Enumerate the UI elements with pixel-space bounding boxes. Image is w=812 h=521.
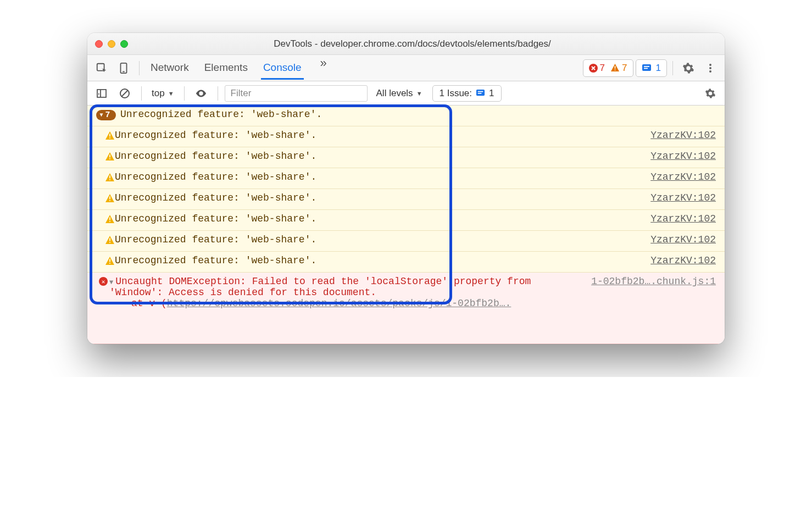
svg-rect-23 — [109, 158, 110, 159]
svg-rect-26 — [109, 196, 110, 199]
inspect-element-icon[interactable] — [92, 58, 112, 78]
svg-rect-22 — [109, 154, 110, 157]
console-error-content: ▼Uncaught DOMException: Failed to read t… — [109, 276, 585, 309]
console-message-text: Unrecognized feature: 'web-share'. — [115, 213, 644, 224]
console-settings-icon[interactable] — [700, 84, 720, 103]
warning-count: 7 — [610, 63, 627, 74]
console-warning-row[interactable]: Unrecognized feature: 'web-share'. Yzarz… — [87, 210, 725, 231]
device-toolbar-icon[interactable] — [114, 58, 134, 78]
console-message-text: Unrecognized feature: 'web-share'. — [115, 151, 644, 162]
svg-point-9 — [709, 64, 711, 66]
svg-rect-5 — [615, 70, 616, 71]
source-link[interactable]: 1-02bfb2b….chunk.js:1 — [591, 276, 716, 287]
log-levels-selector[interactable]: All levels ▼ — [376, 88, 422, 99]
svg-point-16 — [200, 92, 202, 95]
separator — [141, 86, 142, 101]
console-message-text: Unrecognized feature: 'web-share'. — [115, 192, 644, 203]
devtools-window: DevTools - developer.chrome.com/docs/dev… — [87, 33, 725, 344]
minimize-window-button[interactable] — [108, 40, 115, 48]
disclosure-icon[interactable]: ▼ — [109, 279, 113, 286]
svg-rect-21 — [109, 137, 110, 138]
svg-rect-31 — [109, 242, 110, 243]
svg-rect-29 — [109, 221, 110, 222]
maximize-window-button[interactable] — [120, 40, 128, 48]
tab-network[interactable]: Network — [148, 56, 191, 80]
console-warning-row[interactable]: Unrecognized feature: 'web-share'. Yzarz… — [87, 126, 725, 147]
more-tabs-icon[interactable]: » — [315, 56, 332, 80]
console-warning-row[interactable]: Unrecognized feature: 'web-share'. Yzarz… — [87, 168, 725, 189]
panel-tabs: Network Elements Console » — [148, 56, 332, 80]
warning-icon — [105, 235, 115, 245]
svg-rect-19 — [478, 93, 482, 94]
separator — [218, 86, 218, 101]
console-toolbar: top ▼ Filter All levels ▼ 1 Issue: 1 — [87, 81, 725, 106]
show-console-sidebar-icon[interactable] — [92, 84, 112, 103]
console-warning-row[interactable]: Unrecognized feature: 'web-share'. Yzarz… — [87, 252, 725, 273]
error-message-text: Uncaught DOMException: Failed to read th… — [109, 276, 531, 298]
window-title: DevTools - developer.chrome.com/docs/dev… — [138, 38, 687, 49]
svg-rect-8 — [644, 68, 648, 69]
source-link[interactable]: YzarzKV:102 — [650, 151, 716, 162]
titlebar: DevTools - developer.chrome.com/docs/dev… — [87, 33, 725, 55]
devtools-toolbar: Network Elements Console » 7 7 1 — [87, 55, 725, 81]
context-selector[interactable]: top ▼ — [148, 88, 177, 99]
separator — [184, 86, 185, 101]
tab-elements[interactable]: Elements — [202, 56, 250, 80]
more-options-icon[interactable] — [700, 58, 720, 78]
svg-rect-32 — [109, 259, 110, 262]
source-link[interactable]: YzarzKV:102 — [650, 130, 716, 141]
warning-icon — [105, 173, 115, 182]
source-link[interactable]: YzarzKV:102 — [650, 234, 716, 245]
console-error-row[interactable]: ✕ ▼Uncaught DOMException: Failed to read… — [87, 273, 725, 344]
warning-icon — [105, 256, 115, 266]
svg-rect-4 — [615, 66, 616, 69]
svg-rect-7 — [644, 66, 649, 67]
stack-link[interactable]: https://cpwebassets.codepen.io/assets/pa… — [167, 298, 511, 309]
console-message-text: Unrecognized feature: 'web-share'. — [115, 171, 644, 182]
source-link[interactable]: YzarzKV:102 — [650, 192, 716, 203]
console-message-text: Unrecognized feature: 'web-share'. — [115, 255, 644, 266]
issues-button[interactable]: 1 — [636, 59, 667, 77]
traffic-lights — [95, 40, 128, 48]
source-link[interactable]: YzarzKV:102 — [650, 255, 716, 266]
source-link[interactable]: YzarzKV:102 — [650, 171, 716, 182]
svg-line-15 — [122, 90, 128, 96]
dropdown-icon: ▼ — [416, 90, 422, 97]
console-message-text: Unrecognized feature: 'web-share'. — [115, 234, 644, 245]
svg-rect-6 — [642, 64, 651, 71]
svg-rect-27 — [109, 200, 110, 201]
warning-icon — [105, 214, 115, 224]
svg-rect-20 — [109, 134, 110, 136]
separator — [672, 61, 673, 75]
filter-input[interactable]: Filter — [225, 85, 368, 102]
console-output: ▼7 Unrecognized feature: 'web-share'. Un… — [87, 106, 725, 344]
console-message-text: Unrecognized feature: 'web-share'. — [115, 109, 716, 120]
svg-rect-17 — [476, 90, 485, 96]
warning-icon — [105, 152, 115, 162]
console-warning-row[interactable]: Unrecognized feature: 'web-share'. Yzarz… — [87, 231, 725, 252]
clear-console-icon[interactable] — [115, 84, 135, 103]
svg-point-10 — [709, 67, 711, 69]
tab-console[interactable]: Console — [261, 56, 304, 80]
issues-counter[interactable]: 1 Issue: 1 — [432, 85, 502, 102]
console-warning-row[interactable]: Unrecognized feature: 'web-share'. Yzarz… — [87, 189, 725, 210]
live-expression-icon[interactable] — [191, 84, 211, 103]
console-group-header[interactable]: ▼7 Unrecognized feature: 'web-share'. — [87, 106, 725, 126]
settings-icon[interactable] — [678, 58, 698, 78]
svg-rect-33 — [109, 263, 110, 264]
svg-point-11 — [709, 70, 711, 73]
svg-rect-25 — [109, 179, 110, 180]
error-count: 7 — [589, 63, 605, 74]
warning-icon — [105, 193, 115, 203]
console-warning-row[interactable]: Unrecognized feature: 'web-share'. Yzarz… — [87, 147, 725, 168]
error-icon: ✕ — [99, 277, 108, 286]
dropdown-icon: ▼ — [168, 90, 174, 97]
svg-rect-18 — [478, 91, 483, 92]
console-message-text: Unrecognized feature: 'web-share'. — [115, 130, 644, 141]
svg-rect-30 — [109, 238, 110, 241]
source-link[interactable]: YzarzKV:102 — [650, 213, 716, 224]
error-warning-counter[interactable]: 7 7 — [583, 59, 633, 77]
close-window-button[interactable] — [95, 40, 103, 48]
separator — [139, 61, 140, 75]
svg-rect-24 — [109, 175, 110, 178]
